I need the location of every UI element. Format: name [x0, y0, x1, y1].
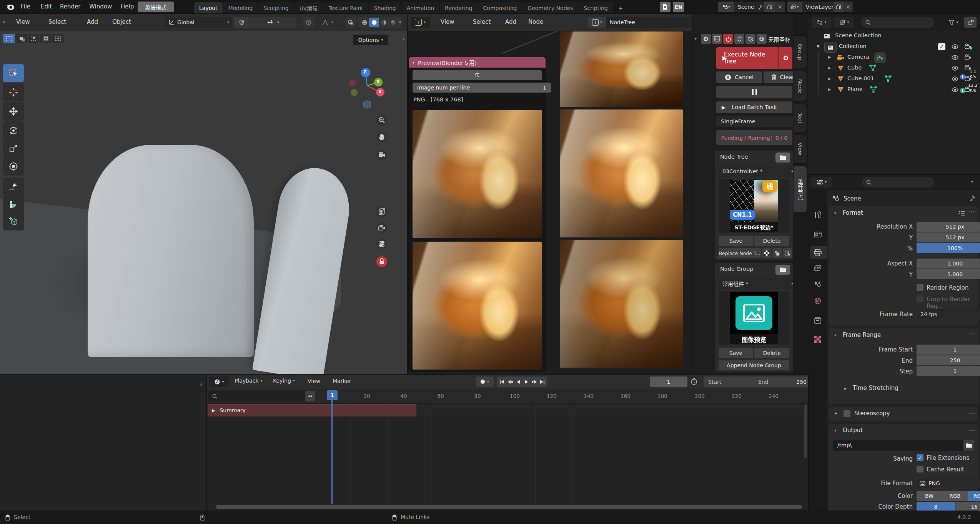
viewport-menu-view[interactable]: View — [11, 18, 35, 25]
node-tree-folder-button[interactable] — [775, 153, 790, 163]
scene-name[interactable]: Scene — [734, 4, 757, 10]
replace-node-tree-button[interactable]: Replace Node T... — [719, 248, 761, 258]
tool-add-cube[interactable] — [3, 212, 24, 230]
stereoscopy-checkbox[interactable] — [844, 410, 850, 417]
preview-image-5[interactable] — [560, 240, 683, 368]
viewport-menu-add[interactable]: Add — [82, 18, 103, 25]
node-group-preset-dropdown[interactable]: 常用组件 * ▾ — [719, 278, 797, 289]
file-extensions-checkbox[interactable]: ✓ — [917, 454, 923, 461]
hide-eye-icon[interactable] — [951, 76, 959, 82]
resolution-x-field[interactable]: 512 px — [917, 222, 980, 232]
preview-image-4[interactable] — [560, 109, 683, 237]
frame-range-collapse-icon[interactable]: ▾ — [834, 333, 836, 337]
channel-search-input[interactable] — [208, 391, 308, 401]
image-num-slider[interactable]: Image num per line 1 — [413, 83, 551, 93]
timeline-menu-marker[interactable]: Marker — [333, 378, 351, 385]
frame-rate-dropdown[interactable]: 24 fps ▾ — [917, 309, 980, 319]
timeline-menu-playback[interactable]: Playback▾ — [235, 378, 263, 384]
hide-eye-icon[interactable] — [951, 43, 959, 50]
node-tree-thumbnail[interactable]: 线 CN1.1 — [730, 180, 778, 222]
disclosure-triangle-icon[interactable]: ▶ — [828, 76, 831, 81]
playhead[interactable] — [331, 399, 333, 504]
timeline-type-button[interactable]: ▾ — [209, 376, 229, 387]
select-mode-intersect-button[interactable] — [52, 34, 64, 43]
timeline-h-scrollbar[interactable] — [216, 505, 802, 509]
crop-region-checkbox[interactable] — [917, 295, 923, 302]
tool-scale[interactable] — [3, 139, 24, 158]
select-mode-subtract-button[interactable] — [28, 34, 39, 43]
summary-channel[interactable]: ▶ Summary — [208, 404, 416, 416]
aspect-x-field[interactable]: 1.000 — [917, 259, 980, 269]
outliner-row-cube[interactable]: ▶ Cube — [808, 63, 980, 74]
jump-to-start-button[interactable] — [498, 380, 506, 384]
preview-image-2[interactable] — [413, 242, 542, 370]
node-group-thumbnail[interactable] — [730, 292, 778, 334]
auto-key-button[interactable]: ▾ — [476, 376, 494, 387]
refresh-preview-button[interactable] — [413, 70, 542, 80]
outliner-filter-dropdown[interactable]: ▾ — [945, 17, 962, 28]
add-workspace-button[interactable]: + — [614, 2, 628, 14]
summary-expand-icon[interactable]: ▶ — [212, 408, 215, 413]
navigation-gizmo[interactable]: Z Y X — [349, 67, 385, 110]
resolution-percent-slider[interactable]: 100% — [917, 243, 980, 253]
properties-search-input[interactable] — [862, 177, 934, 187]
aspect-y-field[interactable]: 1.000 — [917, 269, 980, 279]
outliner-type-button[interactable]: ▾ — [812, 17, 831, 28]
tool-rotate[interactable] — [3, 121, 24, 140]
viewport-canvas[interactable]: Options ▾ › Z Y X — [0, 31, 408, 375]
frame-end-field[interactable]: End 250 — [754, 376, 808, 387]
export-node-tree-icon[interactable] — [772, 248, 782, 258]
outliner-row-cube-001[interactable]: ▶ Cube.001 — [808, 74, 980, 85]
file-format-dropdown[interactable]: PNG ▾ — [917, 478, 980, 488]
frame-end-field[interactable]: 250 — [917, 355, 980, 365]
timeline-v-scrollbar[interactable] — [804, 404, 807, 458]
editor-type-chevron-icon[interactable]: ▾ — [3, 20, 5, 24]
hide-eye-icon[interactable] — [951, 54, 959, 61]
tab-layout[interactable]: Layout — [194, 2, 223, 14]
view-layer-type-icon[interactable]: ▾ — [787, 2, 802, 12]
panel-grip-icon[interactable]: :::: — [969, 209, 976, 214]
node-group-delete-button[interactable]: Delete — [754, 348, 789, 358]
timeline-menu-view[interactable]: View — [308, 378, 320, 385]
cache-result-checkbox[interactable] — [917, 466, 923, 473]
menu-window[interactable]: Window — [84, 3, 117, 10]
proportional-falloff-dropdown[interactable]: ▾ — [315, 17, 340, 28]
unlink-scene-button[interactable]: × — [775, 2, 785, 12]
frame-step-field[interactable]: 1 — [917, 366, 980, 376]
pin-context-icon[interactable] — [969, 195, 975, 201]
execute-node-tree-button[interactable]: ▶ Execute Node Tree — [716, 47, 779, 69]
viewport-menu-object[interactable]: Object — [107, 18, 136, 25]
pin-icon[interactable] — [757, 4, 763, 10]
shading-material-icon[interactable] — [379, 20, 388, 25]
tab-world-icon[interactable] — [814, 297, 822, 305]
node-tree-delete-button[interactable]: Delete — [754, 236, 789, 246]
panel-grip-icon[interactable]: :::: — [969, 427, 976, 432]
play-reverse-button[interactable] — [514, 380, 522, 384]
sidebar-tab-grail-nodes[interactable]: 圣杯节点 — [794, 166, 807, 213]
outliner-search-input[interactable] — [861, 17, 934, 28]
timeline-ruler-strip[interactable]: ↔ 1 20 40 60 80 100 120 140 160 180 200 … — [207, 389, 808, 404]
select-mode-extend-button[interactable] — [15, 34, 27, 43]
node-tree-thumb-well[interactable]: 线 CN1.1 ST-EDGE软边* — [719, 179, 789, 233]
channel-expand-icon[interactable]: ↔ — [305, 391, 315, 401]
camera-view-icon[interactable] — [376, 149, 388, 161]
node-menu-select[interactable]: Select — [468, 18, 496, 25]
render-camera-icon[interactable] — [964, 43, 972, 50]
sidebar-tab-tool[interactable]: Tool — [794, 104, 807, 132]
region-collapse-left-icon[interactable]: ‹ — [200, 381, 202, 388]
import-node-tree-icon[interactable] — [783, 248, 792, 258]
output-collapse-icon[interactable]: ▾ — [834, 429, 836, 433]
blend-file-icon[interactable] — [660, 2, 671, 12]
scene-type-icon[interactable]: ▾ — [718, 2, 734, 12]
stereoscopy-collapse-icon[interactable]: ▸ — [835, 411, 837, 415]
outliner-display-mode-button[interactable]: ▾ — [834, 17, 854, 28]
zoom-view-icon[interactable] — [376, 114, 388, 126]
depth-16-option[interactable]: 16 — [955, 502, 980, 511]
color-rgba-option[interactable]: RGBA — [968, 491, 980, 501]
viewport-menu-select[interactable]: Select — [43, 18, 72, 25]
node-tree-save-button[interactable]: Save — [719, 236, 753, 246]
select-mode-invert-button[interactable] — [40, 34, 52, 43]
toggle-camera-view-icon[interactable] — [376, 222, 388, 234]
tool-select-box[interactable] — [3, 64, 24, 82]
new-scene-button[interactable] — [764, 2, 775, 12]
